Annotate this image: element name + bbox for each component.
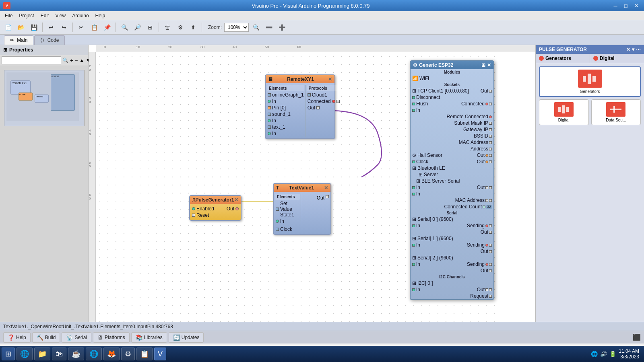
zoom-in-button[interactable]: 🔍	[119, 22, 130, 33]
tcp-label: TCP Client1 [0.0.0.0:80]	[417, 88, 469, 94]
properties-up-button[interactable]: ▲	[79, 56, 85, 64]
minimize-button[interactable]: ─	[611, 2, 620, 9]
close-button[interactable]: ✕	[632, 2, 641, 9]
clock-time: 11:04 AM	[619, 348, 639, 354]
text-value-body: Elements Set Value State1 In	[274, 192, 330, 234]
redo-button[interactable]: ↪	[58, 22, 70, 33]
start-button[interactable]: ⊞	[2, 348, 15, 360]
bottom-close-btn[interactable]: ⬛	[633, 333, 641, 341]
text-value-icon: T	[276, 185, 279, 191]
taskbar-visuino[interactable]: V	[154, 348, 166, 360]
canvas-content[interactable]: 🖥 RemoteXY1 ✕ Elements onlineGraph_1	[96, 52, 535, 322]
enabled-out-pin	[235, 207, 239, 210]
canvas-area[interactable]: 0 10 20 30 40 50 60 20 30 40 50 60	[89, 45, 535, 322]
menu-arduino[interactable]: Arduino	[69, 12, 92, 19]
taskbar-app5[interactable]: 🦊	[103, 348, 120, 360]
pin-cloud1: Cloud1	[306, 92, 341, 98]
btab-build[interactable]: 🔨 Build	[32, 332, 60, 343]
remotexy-node[interactable]: 🖥 RemoteXY1 ✕ Elements onlineGraph_1	[265, 74, 335, 139]
pulse-gen-close[interactable]: ✕	[234, 197, 238, 203]
taskbar-app6[interactable]: ⚙	[121, 348, 135, 360]
maximize-button[interactable]: □	[621, 2, 630, 9]
btab-libraries[interactable]: 📚 Libraries	[131, 332, 167, 343]
serial2-in-pin	[412, 263, 415, 266]
properties-search-input[interactable]	[2, 56, 61, 64]
pulse-gen-panel-add[interactable]: ▾	[632, 47, 634, 52]
ble-icon: ⊞	[412, 165, 416, 171]
onlinegraph-pin-icon	[268, 93, 271, 97]
taskbar-store[interactable]: 🛍	[52, 348, 66, 360]
data-sources-label: Data Sou...	[594, 118, 638, 122]
pulse-gen-panel-close[interactable]: ✕	[626, 47, 630, 52]
serial0-out-pin	[489, 231, 492, 234]
clock-out-sq	[489, 160, 492, 163]
tab-main[interactable]: ✏ Main	[4, 35, 33, 45]
new-button[interactable]: 📄	[2, 22, 14, 33]
remotexy-close[interactable]: ✕	[328, 76, 332, 82]
subnet-label: Subnet Mask IP	[454, 120, 488, 126]
paste-button[interactable]: 📌	[101, 22, 113, 33]
text-value-node[interactable]: T TextValue1 ✕ Elements Set Value State1	[273, 183, 331, 235]
tcp-out-pin	[489, 90, 492, 93]
zoom-out-button[interactable]: 🔎	[132, 22, 143, 33]
serial2-icon: ⊞	[412, 255, 416, 261]
cut-button[interactable]: ✂	[76, 22, 87, 33]
rp-tab-generators[interactable]: Generators	[536, 54, 590, 63]
menu-file[interactable]: File	[2, 12, 16, 19]
text-value-close[interactable]: ✕	[324, 185, 328, 191]
taskbar-ie[interactable]: 🌐	[17, 348, 33, 360]
pulse-gen-panel-more[interactable]: ⋯	[636, 47, 641, 52]
onlinegraph-label: onlineGraph_1	[272, 92, 304, 98]
compile-button[interactable]: ⚙	[175, 22, 186, 33]
save-button[interactable]: 💾	[28, 22, 39, 33]
pulse-generator-node[interactable]: ⎍ PulseGenerator1 ✕ Enabled Out	[189, 195, 242, 221]
digital-card[interactable]: Digital	[539, 99, 589, 125]
menu-project[interactable]: Project	[16, 12, 37, 19]
updates-tab-label: Updates	[182, 335, 200, 340]
serial2-sending-label: Sending	[467, 261, 485, 267]
btab-help[interactable]: ❓ Help	[3, 332, 31, 343]
properties-search-button[interactable]: 🔍	[62, 56, 69, 64]
taskbar-java[interactable]: ☕	[68, 348, 84, 360]
rp-tab-digital[interactable]: Digital	[590, 54, 644, 63]
properties-add-button[interactable]: +	[70, 56, 74, 64]
open-button[interactable]: 📂	[15, 22, 27, 33]
app-icon: V	[3, 2, 10, 9]
reset-label: Reset	[196, 212, 209, 218]
zoom-fit-button[interactable]: ⊞	[144, 22, 156, 33]
zoom-minus-button[interactable]: ➖	[263, 22, 275, 33]
svg-rect-5	[566, 107, 569, 112]
menu-edit[interactable]: Edit	[37, 12, 52, 19]
flush-label: Flush	[416, 101, 428, 107]
delete-button[interactable]: 🗑	[162, 22, 173, 33]
esp32-in3-row: In	[411, 191, 493, 197]
esp32-node[interactable]: ⚙ Generic ESP32 ⊞ ✕ Modules 📶WiFi	[410, 60, 494, 300]
canvas-inner[interactable]: 🖥 RemoteXY1 ✕ Elements onlineGraph_1	[96, 52, 498, 322]
properties-remove-button[interactable]: −	[74, 56, 78, 64]
menu-view[interactable]: View	[52, 12, 69, 19]
pin-sound1: sound_1	[266, 111, 305, 117]
wifi-icon: 📶	[412, 76, 418, 81]
taskbar-app7[interactable]: 📋	[136, 348, 153, 360]
taskbar-chrome[interactable]: 🌐	[86, 348, 102, 360]
copy-button[interactable]: 📋	[89, 22, 100, 33]
in3-label: In	[272, 131, 276, 136]
tab-code[interactable]: ⟨⟩ Code	[34, 35, 65, 45]
remotexy-node-header: 🖥 RemoteXY1 ✕	[266, 75, 334, 83]
zoom-select[interactable]: 100% 75% 150%	[224, 23, 249, 32]
serial1-out-pin	[489, 250, 492, 253]
taskbar-explorer[interactable]: 📁	[34, 348, 50, 360]
menu-help[interactable]: Help	[92, 12, 109, 19]
btab-platforms[interactable]: 🖥 Platforms	[93, 332, 130, 343]
minimap[interactable]: RemoteXY1 Pulse TextVal ESP32	[4, 70, 85, 126]
upload-button[interactable]: ⬆	[188, 22, 199, 33]
generators-big-card[interactable]: Generators	[539, 66, 641, 97]
esp32-config-icon[interactable]: ⊞	[481, 62, 485, 68]
undo-button[interactable]: ↩	[45, 22, 57, 33]
zoom-plus-button[interactable]: ➕	[276, 22, 287, 33]
esp32-close-icon[interactable]: ✕	[487, 62, 491, 68]
btab-serial[interactable]: 📡 Serial	[62, 332, 91, 343]
btab-updates[interactable]: 🔄 Updates	[169, 332, 204, 343]
zoom-search-button[interactable]: 🔍	[250, 22, 262, 33]
data-sources-card[interactable]: Data Sou...	[591, 99, 641, 125]
